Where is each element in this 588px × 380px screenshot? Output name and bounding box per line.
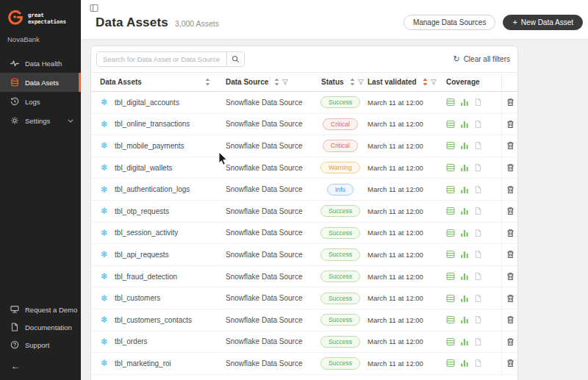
search-input[interactable]: [97, 52, 226, 66]
schema-coverage-icon[interactable]: [446, 229, 455, 237]
sidebar-item-data-health[interactable]: Data Health: [0, 54, 81, 73]
sidebar-item-settings[interactable]: Settings: [0, 111, 81, 130]
delete-icon[interactable]: [506, 163, 514, 172]
table-row[interactable]: ❄ tbl_digital_accounts Snowflake Data So…: [91, 92, 517, 114]
asset-name-cell[interactable]: ❄ tbl_marketing_roi: [91, 359, 222, 368]
asset-name-cell[interactable]: ❄ tbl_online_transactions: [91, 120, 222, 129]
table-row[interactable]: ❄ tbl_customers Snowflake Data Source Su…: [91, 287, 517, 309]
asset-name-cell[interactable]: ❄ tbl_mobile_payments: [91, 141, 222, 150]
docs-coverage-icon[interactable]: [474, 163, 482, 172]
table-row[interactable]: ❄ tbl_otp_requests Snowflake Data Source…: [91, 201, 517, 223]
schema-coverage-icon[interactable]: [446, 185, 455, 194]
metrics-coverage-icon[interactable]: [460, 229, 469, 237]
sort-icon[interactable]: [205, 78, 210, 86]
metrics-coverage-icon[interactable]: [460, 141, 469, 150]
delete-icon[interactable]: [506, 359, 514, 368]
docs-coverage-icon[interactable]: [474, 207, 482, 215]
asset-name-cell[interactable]: ❄ tbl_digital_wallets: [91, 163, 222, 172]
table-row[interactable]: ❄ tbl_marketing_roi Snowflake Data Sourc…: [91, 353, 517, 375]
docs-coverage-icon[interactable]: [474, 229, 482, 237]
sidebar-item-logs[interactable]: Logs: [0, 92, 81, 111]
sidebar-toggle-icon[interactable]: [90, 4, 98, 12]
asset-name-cell[interactable]: ❄ tbl_otp_requests: [91, 207, 222, 215]
docs-coverage-icon[interactable]: [474, 98, 482, 107]
docs-coverage-icon[interactable]: [474, 315, 482, 324]
docs-coverage-icon[interactable]: [474, 337, 482, 346]
docs-coverage-icon[interactable]: [474, 185, 482, 194]
delete-icon[interactable]: [506, 98, 514, 107]
schema-coverage-icon[interactable]: [446, 207, 455, 215]
asset-name-cell[interactable]: ❄ tbl_session_activity: [91, 229, 222, 237]
sort-icon[interactable]: [274, 78, 279, 86]
sort-icon[interactable]: [350, 78, 355, 86]
new-data-asset-button[interactable]: + New Data Asset: [503, 15, 583, 30]
docs-coverage-icon[interactable]: [474, 141, 482, 150]
schema-coverage-icon[interactable]: [446, 315, 455, 324]
table-row[interactable]: ❄ tbl_online_transactions Snowflake Data…: [91, 114, 517, 136]
schema-coverage-icon[interactable]: [446, 250, 455, 259]
schema-coverage-icon[interactable]: [446, 98, 455, 107]
docs-coverage-icon[interactable]: [474, 359, 482, 368]
table-row[interactable]: ❄ tbl_fraud_detection Snowflake Data Sou…: [91, 266, 517, 288]
column-header-last-validated[interactable]: Last validated: [363, 73, 442, 91]
metrics-coverage-icon[interactable]: [460, 272, 469, 281]
sidebar-item-data-asets[interactable]: Data Asets: [0, 73, 81, 92]
docs-coverage-icon[interactable]: [474, 250, 482, 259]
table-row[interactable]: ❄ tbl_api_requests Snowflake Data Source…: [91, 244, 517, 266]
filter-icon[interactable]: [431, 79, 437, 85]
metrics-coverage-icon[interactable]: [460, 98, 469, 107]
clear-all-filters-button[interactable]: ↻ Clear all filters: [453, 54, 510, 64]
metrics-coverage-icon[interactable]: [460, 337, 469, 346]
asset-name-cell[interactable]: ❄ tbl_api_requests: [91, 250, 222, 259]
column-header-data-assets[interactable]: Data Assets: [91, 73, 222, 91]
metrics-coverage-icon[interactable]: [460, 315, 469, 324]
column-header-data-source[interactable]: Data Source: [222, 73, 318, 91]
table-row[interactable]: ❄ tbl_digital_wallets Snowflake Data Sou…: [91, 157, 517, 179]
table-row[interactable]: ❄ tbl_authentication_logs Snowflake Data…: [91, 179, 517, 201]
schema-coverage-icon[interactable]: [446, 141, 455, 150]
delete-icon[interactable]: [506, 120, 514, 129]
search-icon[interactable]: [226, 52, 244, 66]
schema-coverage-icon[interactable]: [446, 163, 455, 172]
delete-icon[interactable]: [506, 207, 514, 215]
docs-coverage-icon[interactable]: [474, 272, 482, 281]
sidebar-item-support[interactable]: Support: [0, 336, 81, 354]
delete-icon[interactable]: [506, 315, 514, 324]
delete-icon[interactable]: [506, 337, 514, 346]
schema-coverage-icon[interactable]: [446, 294, 455, 303]
schema-coverage-icon[interactable]: [446, 359, 455, 368]
metrics-coverage-icon[interactable]: [460, 294, 469, 303]
delete-icon[interactable]: [506, 185, 514, 194]
asset-name-cell[interactable]: ❄ tbl_orders: [91, 337, 222, 346]
schema-coverage-icon[interactable]: [446, 120, 455, 129]
metrics-coverage-icon[interactable]: [460, 163, 469, 172]
metrics-coverage-icon[interactable]: [460, 359, 469, 368]
asset-name-cell[interactable]: ❄ tbl_customers_contacts: [91, 315, 222, 324]
sidebar-item-request-a-demo[interactable]: Request a Demo: [0, 301, 81, 318]
metrics-coverage-icon[interactable]: [460, 120, 469, 129]
table-row[interactable]: ❄ tbl_session_activity Snowflake Data So…: [91, 223, 517, 245]
docs-coverage-icon[interactable]: [474, 120, 482, 129]
delete-icon[interactable]: [506, 141, 514, 150]
sidebar-collapse-button[interactable]: ←: [0, 354, 81, 371]
metrics-coverage-icon[interactable]: [460, 250, 469, 259]
schema-coverage-icon[interactable]: [446, 272, 455, 281]
delete-icon[interactable]: [506, 250, 514, 259]
asset-name-cell[interactable]: ❄ tbl_digital_accounts: [91, 98, 222, 107]
filter-icon[interactable]: [282, 79, 288, 85]
schema-coverage-icon[interactable]: [446, 337, 455, 346]
asset-name-cell[interactable]: ❄ tbl_authentication_logs: [91, 185, 222, 194]
sort-icon-active[interactable]: [423, 78, 428, 86]
docs-coverage-icon[interactable]: [474, 294, 482, 303]
delete-icon[interactable]: [506, 272, 514, 281]
delete-icon[interactable]: [506, 229, 514, 237]
sidebar-item-documentation[interactable]: Documentation: [0, 318, 81, 336]
metrics-coverage-icon[interactable]: [460, 207, 469, 215]
asset-name-cell[interactable]: ❄ tbl_customers: [91, 294, 222, 303]
table-row[interactable]: ❄ tbl_customers_contacts Snowflake Data …: [91, 309, 517, 331]
asset-name-cell[interactable]: ❄ tbl_fraud_detection: [91, 272, 222, 281]
delete-icon[interactable]: [506, 294, 514, 303]
metrics-coverage-icon[interactable]: [460, 185, 469, 194]
table-row[interactable]: ❄ tbl_orders Snowflake Data Source Succe…: [91, 331, 517, 354]
manage-data-sources-button[interactable]: Manage Data Sources: [404, 15, 496, 30]
